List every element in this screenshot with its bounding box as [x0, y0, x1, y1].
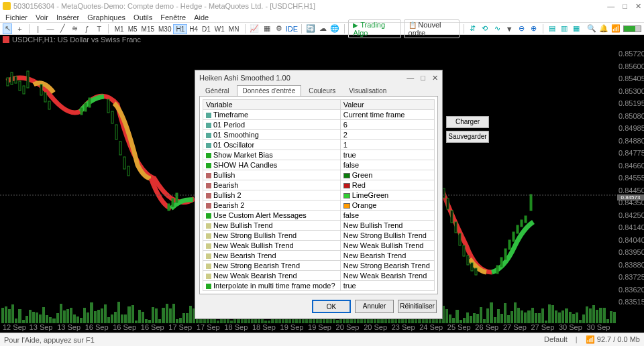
menu-fichier[interactable]: Fichier — [5, 13, 28, 21]
table-row[interactable]: New Strong Bearish TrendNew Strong Beari… — [203, 261, 435, 271]
param-value[interactable]: true — [340, 150, 434, 160]
tab-g-n-ral[interactable]: Général — [199, 85, 235, 96]
menu-voir[interactable]: Voir — [36, 13, 48, 21]
menu-aide[interactable]: Aide — [194, 13, 209, 21]
dialog-maximize-icon[interactable]: □ — [421, 74, 425, 82]
param-value[interactable]: Green — [340, 170, 434, 180]
timeframe-MN[interactable]: MN — [227, 25, 241, 34]
timeframe-H1[interactable]: H1 — [173, 24, 187, 34]
vline-icon[interactable]: | — [34, 23, 43, 34]
table-row[interactable]: 01 Period6 — [203, 120, 435, 130]
auto-scroll-icon[interactable]: ⟲ — [480, 23, 490, 34]
indicator-icon[interactable]: ⚙ — [274, 23, 284, 34]
param-value[interactable]: LimeGreen — [340, 190, 434, 200]
param-value[interactable]: New Weak Bearish Trend — [340, 271, 434, 281]
trendline-icon[interactable]: ╱ — [58, 23, 67, 34]
text-icon[interactable]: T — [95, 23, 104, 34]
param-value[interactable]: New Weak Bullish Trend — [340, 241, 434, 251]
crosshair-icon[interactable]: + — [15, 23, 24, 34]
dialog-titlebar[interactable]: Heiken Ashi Smoothed 1.00 — □ ✕ — [195, 70, 442, 85]
trading-algo-button[interactable]: ▶ Trading Algo — [348, 19, 400, 38]
cancel-button[interactable]: Annuler — [355, 300, 394, 313]
tab-couleurs[interactable]: Couleurs — [303, 85, 341, 96]
param-value[interactable]: true — [340, 281, 434, 291]
table-row[interactable]: New Weak Bullish TrendNew Weak Bullish T… — [203, 241, 435, 251]
hline-icon[interactable]: — — [46, 23, 55, 34]
param-value[interactable]: 2 — [340, 130, 434, 140]
shift-icon[interactable]: ⇵ — [468, 23, 478, 34]
wave-icon[interactable]: ∿ — [492, 23, 502, 34]
param-value[interactable]: false — [340, 211, 434, 221]
zoom-out-icon[interactable]: ⊖ — [517, 23, 526, 34]
param-value[interactable]: New Strong Bearish Trend — [340, 261, 434, 271]
table-row[interactable]: Bearish 2Orange — [203, 200, 435, 211]
table-row[interactable]: SHOW HA Candlesfalse — [203, 160, 435, 170]
table-row[interactable]: Interpolate in multi time frame mode?tru… — [203, 281, 435, 291]
dialog-close-icon[interactable]: ✕ — [432, 74, 438, 82]
menu-fenêtre[interactable]: Fenêtre — [160, 13, 186, 21]
timeframe-H4[interactable]: H4 — [187, 25, 200, 34]
table-row[interactable]: Bullish 2LimeGreen — [203, 190, 435, 200]
ok-button[interactable]: OK — [312, 300, 351, 313]
save-button[interactable]: Sauvegarder — [446, 131, 489, 143]
search-icon[interactable]: 🔍 — [586, 23, 596, 34]
table-row[interactable]: BearishRed — [203, 180, 435, 190]
dialog-minimize-icon[interactable]: — — [407, 74, 414, 82]
tile-v-icon[interactable]: ▥ — [559, 23, 569, 34]
table-row[interactable]: New Strong Bullish TrendNew Strong Bulli… — [203, 231, 435, 241]
col-variable[interactable]: Variable — [203, 100, 341, 110]
table-row[interactable]: 01 Oscillator1 — [203, 140, 435, 150]
menu-insérer[interactable]: Insérer — [56, 13, 79, 21]
chart-line-icon[interactable]: 📈 — [250, 23, 259, 34]
new-order-button[interactable]: 📋 Nouvel ordre — [404, 19, 460, 38]
timeframe-M30[interactable]: M30 — [156, 25, 173, 34]
table-row[interactable]: New Bearish TrendNew Bearish Trend — [203, 251, 435, 261]
zoom-in-icon[interactable]: ⊕ — [529, 23, 539, 34]
timeframe-W1[interactable]: W1 — [213, 25, 227, 34]
timeframe-D1[interactable]: D1 — [200, 25, 213, 34]
param-value[interactable]: 6 — [340, 120, 434, 130]
chart-tab-header[interactable]: USDCHF,H1: US Dollar vs Swiss Franc — [0, 35, 644, 44]
reset-button[interactable]: Réinitialiser — [398, 300, 437, 313]
down-icon[interactable]: ▼ — [504, 23, 514, 34]
chart-box-icon[interactable]: ▦ — [262, 23, 272, 34]
menu-outils[interactable]: Outils — [133, 13, 152, 21]
param-value[interactable]: Current time frame — [340, 110, 434, 120]
col-value[interactable]: Valeur — [340, 100, 434, 110]
channel-icon[interactable]: ≋ — [70, 23, 79, 34]
refresh-icon[interactable]: 🔄 — [306, 23, 315, 34]
table-row[interactable]: Use Custom Alert Messagesfalse — [203, 211, 435, 221]
timeframe-M1[interactable]: M1 — [113, 25, 126, 34]
table-row[interactable]: TimeframeCurrent time frame — [203, 110, 435, 120]
param-value[interactable]: Orange — [340, 200, 434, 211]
bell-icon[interactable]: 🔔 — [599, 23, 608, 34]
tab-visualisation[interactable]: Visualisation — [343, 85, 392, 96]
table-row[interactable]: Show Market Biastrue — [203, 150, 435, 160]
param-value[interactable]: false — [340, 160, 434, 170]
cascade-icon[interactable]: ▦ — [572, 23, 581, 34]
tile-h-icon[interactable]: ▤ — [547, 23, 557, 34]
tab-donn-es-d-entr-e[interactable]: Données d'entrée — [237, 85, 302, 96]
close-button[interactable]: ✕ — [635, 2, 641, 11]
cloud-icon[interactable]: ☁ — [318, 23, 327, 34]
table-row[interactable]: BullishGreen — [203, 170, 435, 180]
param-value[interactable]: New Bullish Trend — [340, 221, 434, 231]
param-value[interactable]: Red — [340, 180, 434, 190]
menu-graphiques[interactable]: Graphiques — [87, 13, 125, 21]
table-row[interactable]: 01 Smoothing2 — [203, 130, 435, 140]
timeframe-M15[interactable]: M15 — [140, 25, 156, 34]
cursor-tool-icon[interactable]: ↖ — [3, 23, 12, 34]
fib-icon[interactable]: ƒ — [82, 23, 91, 34]
globe-icon[interactable]: 🌐 — [330, 23, 339, 34]
param-value[interactable]: New Strong Bullish Trend — [340, 231, 434, 241]
load-button[interactable]: Charger — [446, 116, 489, 128]
minimize-button[interactable]: — — [607, 2, 614, 11]
param-value[interactable]: 1 — [340, 140, 434, 150]
signal-icon[interactable]: 📶 — [611, 23, 621, 34]
ide-button[interactable]: IDE — [286, 23, 297, 34]
param-value[interactable]: New Bearish Trend — [340, 251, 434, 261]
table-row[interactable]: New Weak Bearish TrendNew Weak Bearish T… — [203, 271, 435, 281]
maximize-button[interactable]: □ — [623, 2, 627, 11]
timeframe-M5[interactable]: M5 — [126, 25, 140, 34]
table-row[interactable]: New Bullish TrendNew Bullish Trend — [203, 221, 435, 231]
